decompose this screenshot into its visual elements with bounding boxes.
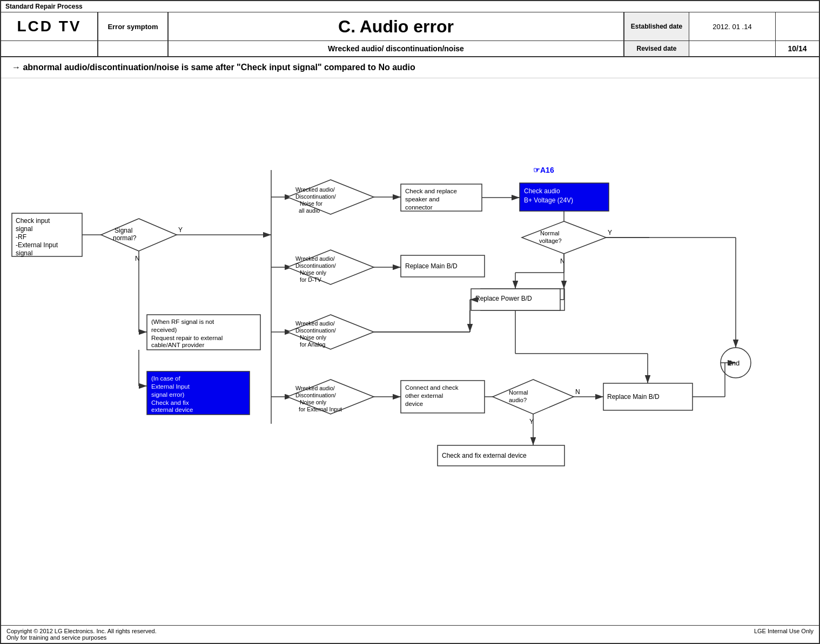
error-symptom-cell: Error symptom <box>98 12 169 40</box>
svg-text:cable/ANT provider: cable/ANT provider <box>151 342 204 348</box>
svg-text:Replace Power B/D: Replace Power B/D <box>475 295 532 302</box>
footer: Copyright © 2012 LG Electronics. Inc. Al… <box>1 625 819 643</box>
svg-text:audio?: audio? <box>509 397 527 403</box>
svg-text:all audio: all audio <box>299 207 320 214</box>
svg-text:Y: Y <box>178 226 183 234</box>
footer-training: Only for training and service purposes <box>6 634 157 641</box>
main-title-cell: C. Audio error <box>169 12 624 40</box>
svg-text:Wrecked audio/: Wrecked audio/ <box>295 320 335 327</box>
svg-text:received): received) <box>151 327 177 333</box>
svg-text:external device: external device <box>151 406 193 413</box>
lcd-tv-bottom <box>1 41 98 56</box>
svg-text:Noise only: Noise only <box>300 334 327 341</box>
svg-text:(When RF signal is not: (When RF signal is not <box>151 318 214 325</box>
svg-text:signal: signal <box>16 225 32 233</box>
svg-text:Check and replace: Check and replace <box>405 188 457 194</box>
header: Standard Repair Process LCD TV Error sym… <box>1 1 819 57</box>
footer-left: Copyright © 2012 LG Electronics. Inc. Al… <box>6 628 157 641</box>
svg-text:voltage?: voltage? <box>539 238 562 244</box>
error-symptom-label: Error symptom <box>107 23 158 31</box>
footer-copyright: Copyright © 2012 LG Electronics. Inc. Al… <box>6 628 157 634</box>
normal-audio-diamond <box>493 379 574 414</box>
page-num-bottom: 10/14 <box>776 41 819 56</box>
section-title: Standard Repair Process <box>1 1 819 12</box>
page-num-top <box>776 12 819 40</box>
svg-text:External Input: External Input <box>151 383 190 390</box>
product-cell: LCD TV <box>1 12 98 40</box>
svg-text:normal?: normal? <box>113 234 137 242</box>
revised-date-label: Revised date <box>624 41 689 56</box>
svg-text:signal error): signal error) <box>151 391 185 398</box>
main-title: C. Audio error <box>338 17 454 37</box>
wrecked-audio-cell: Wrecked audio/ discontinuation/noise <box>169 41 624 56</box>
svg-text:Discontinuation/: Discontinuation/ <box>295 327 336 334</box>
page-wrapper: Standard Repair Process LCD TV Error sym… <box>0 0 820 644</box>
normal-voltage-diamond <box>522 221 606 254</box>
svg-text:Discontinuation/: Discontinuation/ <box>295 262 336 269</box>
established-date-value: 2012. 01 .14 <box>689 12 776 40</box>
svg-text:Wrecked audio/: Wrecked audio/ <box>295 385 335 391</box>
header-top: LCD TV Error symptom C. Audio error Esta… <box>1 12 819 41</box>
svg-text:other external: other external <box>405 392 443 399</box>
svg-text:N: N <box>575 388 580 396</box>
svg-text:for Analog: for Analog <box>300 341 325 348</box>
svg-text:Noise only: Noise only <box>300 269 327 276</box>
svg-text:-RF: -RF <box>16 233 26 241</box>
svg-text:Connect and check: Connect and check <box>405 384 459 391</box>
svg-text:for External Input: for External Input <box>299 406 342 412</box>
revised-date-value <box>689 41 776 56</box>
svg-text:connector: connector <box>405 204 433 211</box>
footer-right: LGE Internal Use Only <box>754 628 814 641</box>
svg-text:Normal: Normal <box>540 230 559 236</box>
signal-normal-diamond <box>101 219 177 251</box>
svg-text:Replace Main B/D: Replace Main B/D <box>607 393 660 401</box>
svg-text:(In case of: (In case of <box>151 375 180 382</box>
flowchart-svg: Check input signal -RF -External Input s… <box>1 78 801 586</box>
svg-text:Y: Y <box>608 229 612 236</box>
subtitle-bar: → abnormal audio/discontinuation/noise i… <box>1 57 819 78</box>
svg-text:Wrecked audio/: Wrecked audio/ <box>295 186 335 193</box>
a16-ref: ☞A16 <box>533 166 554 174</box>
svg-text:Check audio: Check audio <box>524 187 560 195</box>
error-symptom-bottom <box>98 41 169 56</box>
diagram-area: Check input signal -RF -External Input s… <box>1 78 819 625</box>
svg-text:Check and fix external device: Check and fix external device <box>442 452 527 459</box>
svg-text:Wrecked audio/: Wrecked audio/ <box>295 255 335 262</box>
product-label: LCD TV <box>17 18 81 35</box>
svg-text:signal: signal <box>16 249 32 257</box>
svg-text:Request repair to external: Request repair to external <box>151 335 223 341</box>
header-bottom: Wrecked audio/ discontinuation/noise Rev… <box>1 41 819 56</box>
svg-text:Signal: Signal <box>115 227 132 234</box>
svg-text:Discontinuation/: Discontinuation/ <box>295 193 336 200</box>
svg-text:Normal: Normal <box>509 389 528 396</box>
svg-text:speaker and: speaker and <box>405 196 439 202</box>
svg-text:Replace Main B/D: Replace Main B/D <box>405 262 458 270</box>
svg-text:for D-TV: for D-TV <box>300 276 321 283</box>
check-input-text: Check input <box>16 217 50 225</box>
svg-text:Check and fix: Check and fix <box>151 399 189 406</box>
established-date-label: Established date <box>624 12 689 40</box>
svg-text:-External Input: -External Input <box>16 241 58 249</box>
svg-text:Discontinuation/: Discontinuation/ <box>295 392 336 398</box>
svg-text:Noise for: Noise for <box>300 200 323 207</box>
svg-text:B+ Voltage (24V): B+ Voltage (24V) <box>524 196 573 204</box>
svg-text:Noise only: Noise only <box>300 399 327 405</box>
svg-text:device: device <box>405 401 423 407</box>
